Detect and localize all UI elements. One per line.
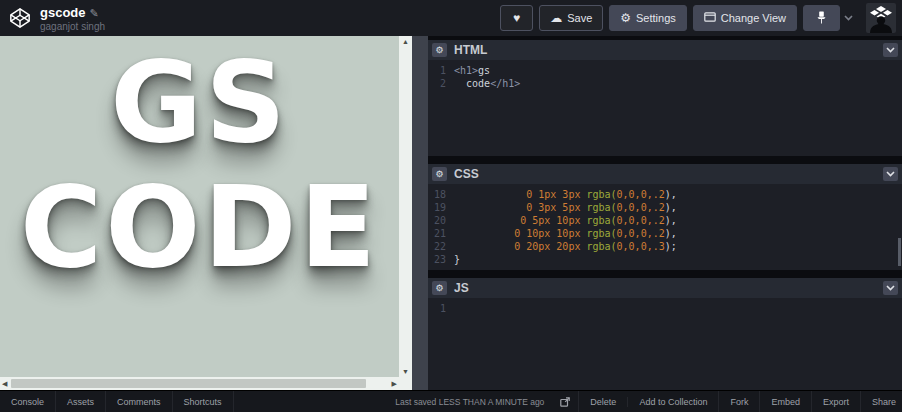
gear-icon: ⚙ [620,12,631,24]
js-code-editor[interactable]: 1 [428,298,902,390]
preview-content: GS CODE [0,36,399,377]
line-number: 2 [428,77,454,90]
scrollbar-corner [399,377,412,390]
avatar[interactable] [866,3,896,33]
line-number: 19 [428,201,454,214]
js-panel: ⚙ JS 1 [428,278,902,390]
change-view-button-label: Change View [721,12,786,24]
css-panel-header: ⚙ CSS [428,164,902,184]
window-icon [704,12,716,24]
pen-title[interactable]: gscode [40,5,86,20]
embed-button[interactable]: Embed [760,397,811,407]
code-line[interactable]: 18 0 1px 3px rgba(0,0,0,.2), [428,188,902,201]
preview-heading-line2: CODE [0,165,399,290]
editor-column: ⚙ HTML 1<h1>gs2 code</h1> ⚙ CSS 18 [428,36,902,390]
fork-button[interactable]: Fork [719,397,759,407]
css-panel: ⚙ CSS 18 0 1px 3px rgba(0,0,0,.2),19 0 3… [428,164,902,270]
code-line[interactable]: 1<h1>gs [428,64,902,77]
preview-heading-line1: GS [0,40,399,165]
resize-gutter[interactable] [412,36,428,390]
preview-heading: GS CODE [0,36,399,291]
line-number: 23 [428,253,454,266]
scroll-up-arrow-icon[interactable]: ▲ [400,36,411,47]
last-saved-status: Last saved LESS THAN A MINUTE ago [387,397,552,407]
html-panel-label: HTML [454,43,487,57]
save-button-label: Save [567,12,592,24]
editor-footer: Console Assets Comments Shortcuts Last s… [0,390,902,412]
preview-horizontal-scrollbar[interactable]: ◀ ▶ [0,377,399,390]
like-button[interactable]: ♥ [500,5,533,31]
assets-button[interactable]: Assets [56,391,106,412]
pin-icon [816,11,827,26]
settings-button[interactable]: ⚙ Settings [609,5,687,31]
save-button[interactable]: ☁ Save [539,5,603,31]
code-line[interactable]: 21 0 10px 10px rgba(0,0,0,.2), [428,227,902,240]
html-settings-gear-icon[interactable]: ⚙ [432,43,447,57]
line-number: 1 [428,64,454,77]
editor-header: gscode✎ gaganjot singh ♥ ☁ Save ⚙ Settin… [0,0,902,36]
comments-button[interactable]: Comments [106,391,173,412]
css-code-editor[interactable]: 18 0 1px 3px rgba(0,0,0,.2),19 0 3px 5px… [428,184,902,270]
code-line[interactable]: 1 [428,302,902,315]
js-collapse-chevron-icon[interactable] [883,281,898,295]
preview-pane: GS CODE ▲ ▼ ◀ ▶ [0,36,412,390]
scroll-right-arrow-icon[interactable]: ▶ [390,378,399,389]
open-external-icon[interactable] [552,397,578,407]
js-panel-label: JS [454,281,469,295]
share-button[interactable]: Share [861,397,902,407]
preview-vertical-scrollbar[interactable]: ▲ ▼ [399,36,412,377]
css-editor-scroll-thumb[interactable] [898,238,901,266]
scroll-left-arrow-icon[interactable]: ◀ [0,378,9,389]
html-panel: ⚙ HTML 1<h1>gs2 code</h1> [428,40,902,156]
export-button[interactable]: Export [812,397,860,407]
line-number: 22 [428,240,454,253]
add-to-collection-button[interactable]: Add to Collection [628,397,718,407]
code-line[interactable]: 2 code</h1> [428,77,902,90]
editor-main: GS CODE ▲ ▼ ◀ ▶ ⚙ HTML 1<h1 [0,36,902,390]
code-line[interactable]: 20 0 5px 10px rgba(0,0,0,.2), [428,214,902,227]
delete-button[interactable]: Delete [579,397,628,407]
html-collapse-chevron-icon[interactable] [883,43,898,57]
line-number: 20 [428,214,454,227]
line-number: 1 [428,302,454,315]
settings-button-label: Settings [636,12,676,24]
code-line[interactable]: 19 0 3px 5px rgba(0,0,0,.2), [428,201,902,214]
js-panel-header: ⚙ JS [428,278,902,298]
css-panel-label: CSS [454,167,479,181]
line-number: 21 [428,227,454,240]
css-settings-gear-icon[interactable]: ⚙ [432,167,447,181]
change-view-button[interactable]: Change View [693,5,797,31]
html-panel-header: ⚙ HTML [428,40,902,60]
code-line[interactable]: 23} [428,253,902,266]
js-settings-gear-icon[interactable]: ⚙ [432,281,447,295]
edit-title-icon[interactable]: ✎ [90,7,99,19]
scroll-down-arrow-icon[interactable]: ▼ [400,366,411,377]
cloud-icon: ☁ [550,12,562,24]
pin-button[interactable] [803,5,840,31]
css-collapse-chevron-icon[interactable] [883,167,898,181]
shortcuts-button[interactable]: Shortcuts [173,391,234,412]
pin-dropdown-chevron[interactable] [840,15,856,21]
horizontal-scroll-thumb[interactable] [11,379,366,388]
console-button[interactable]: Console [0,391,56,412]
pen-author: gaganjot singh [40,22,105,33]
code-line[interactable]: 22 0 20px 20px rgba(0,0,0,.3); [428,240,902,253]
html-code-editor[interactable]: 1<h1>gs2 code</h1> [428,60,902,156]
heart-icon: ♥ [513,12,520,24]
codepen-logo-icon[interactable] [8,6,32,30]
line-number: 18 [428,188,454,201]
